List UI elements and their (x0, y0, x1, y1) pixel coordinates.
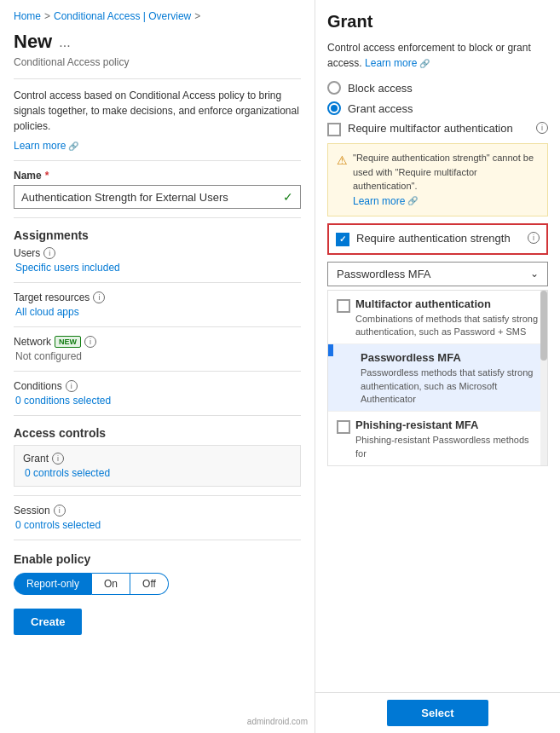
name-label: Name (14, 170, 42, 182)
checkmark-icon: ✓ (283, 190, 293, 204)
grant-external-icon: 🔗 (419, 57, 430, 70)
scrollbar-thumb[interactable] (540, 291, 547, 361)
left-panel: Home > Conditional Access | Overview > N… (0, 0, 315, 733)
dropdown-selected-value: Passwordless MFA (337, 268, 431, 280)
warning-text: "Require authentication strength" cannot… (353, 151, 539, 209)
learn-more-link[interactable]: Learn more 🔗 (14, 140, 78, 152)
network-label: Network (14, 336, 51, 348)
breadcrumb-sep2: > (194, 10, 200, 22)
toggle-report-only[interactable]: Report-only (14, 573, 92, 595)
grant-desc: Control access enforcement to block or g… (327, 40, 548, 71)
create-button[interactable]: Create (14, 609, 82, 635)
breadcrumb-sep1: > (44, 10, 50, 22)
dropdown-list: Multifactor authentication Combinations … (327, 290, 548, 467)
grant-learn-more[interactable]: Learn more 🔗 (365, 55, 430, 71)
users-info-icon[interactable]: i (43, 247, 55, 259)
warning-external-icon: 🔗 (407, 194, 418, 207)
required-star: * (45, 170, 49, 182)
passwordless-desc: Passwordless methods that satisfy strong… (361, 366, 539, 406)
select-btn-row: Select (315, 692, 560, 733)
require-mfa-checkbox[interactable] (327, 123, 341, 136)
users-label: Users (14, 247, 40, 259)
block-access-radio[interactable] (327, 81, 341, 95)
target-resources-value[interactable]: All cloud apps (14, 306, 301, 318)
enable-policy-title: Enable policy (14, 552, 301, 566)
conditions-section: Conditions i 0 conditions selected (14, 380, 301, 407)
require-mfa-option[interactable]: Require multifactor authentication i (327, 122, 548, 136)
grant-value[interactable]: 0 controls selected (23, 467, 292, 479)
session-section: Session i 0 controls selected (14, 505, 301, 531)
grant-access-radio[interactable] (327, 101, 341, 115)
passwordless-title: Passwordless MFA (361, 351, 539, 364)
conditions-label: Conditions (14, 380, 62, 392)
grant-label: Grant (23, 453, 49, 465)
phishing-title: Phishing-resistant MFA (355, 418, 539, 431)
main-container: Home > Conditional Access | Overview > N… (0, 0, 560, 733)
description-text: Control access based on Conditional Acce… (14, 88, 301, 134)
network-info-icon[interactable]: i (84, 336, 96, 348)
grant-section[interactable]: Grant i 0 controls selected (14, 445, 301, 487)
breadcrumb: Home > Conditional Access | Overview > (14, 10, 301, 22)
breadcrumb-home[interactable]: Home (14, 10, 41, 22)
grant-access-label: Grant access (348, 102, 413, 115)
page-title-dots[interactable]: ... (59, 35, 70, 50)
mfa-desc: Combinations of methods that satisfy str… (355, 313, 539, 339)
session-info-icon[interactable]: i (54, 505, 66, 517)
warning-learn-more[interactable]: Learn more 🔗 (353, 193, 418, 209)
mfa-title: Multifactor authentication (355, 297, 539, 310)
phishing-desc: Phishing-resistant Passwordless methods … (355, 434, 539, 460)
right-panel: Grant Control access enforcement to bloc… (315, 0, 560, 733)
mfa-checkbox[interactable] (337, 299, 350, 313)
name-field-section: Name * Authentication Strength for Exter… (14, 170, 301, 209)
watermark: admindroid.com (247, 717, 308, 726)
select-button[interactable]: Select (387, 700, 488, 726)
new-badge: NEW (55, 336, 81, 348)
dropdown-list-scrollable[interactable]: Multifactor authentication Combinations … (328, 291, 547, 466)
grant-panel-title: Grant (327, 12, 548, 32)
dropdown-button[interactable]: Passwordless MFA ⌄ (327, 262, 548, 286)
assignments-title: Assignments (14, 228, 301, 242)
require-auth-strength-option[interactable]: Require authentication strength i (327, 223, 548, 255)
grant-info-icon[interactable]: i (52, 453, 64, 465)
dropdown-arrow-icon: ⌄ (530, 268, 539, 280)
target-resources-info-icon[interactable]: i (93, 291, 105, 303)
access-controls-title: Access controls (14, 426, 301, 440)
breadcrumb-conditional-access[interactable]: Conditional Access | Overview (54, 10, 191, 22)
toggle-container: Report-only On Off (14, 573, 301, 595)
page-title: New (14, 31, 52, 53)
session-label: Session (14, 505, 50, 517)
require-mfa-label: Require multifactor authentication (348, 122, 513, 135)
page-subtitle: Conditional Access policy (14, 56, 301, 68)
users-value[interactable]: Specific users included (14, 262, 301, 274)
toggle-on[interactable]: On (92, 573, 130, 595)
require-auth-strength-info-icon[interactable]: i (528, 232, 540, 244)
name-value: Authentication Strength for External Use… (21, 191, 228, 204)
name-input[interactable]: Authentication Strength for External Use… (14, 185, 301, 209)
require-auth-strength-label: Require authentication strength (356, 232, 521, 245)
toggle-off[interactable]: Off (130, 573, 169, 595)
network-section: Network NEW i Not configured (14, 336, 301, 362)
grant-access-option[interactable]: Grant access (327, 101, 548, 115)
require-mfa-info-icon[interactable]: i (536, 122, 548, 134)
users-section: Users i Specific users included (14, 247, 301, 274)
enable-policy-section: Enable policy Report-only On Off Create (14, 552, 301, 635)
scrollbar-track (540, 291, 547, 466)
network-value[interactable]: Not configured (14, 350, 301, 362)
require-auth-strength-checkbox[interactable] (336, 233, 349, 246)
dropdown-item-passwordless[interactable]: Passwordless MFA Passwordless methods th… (328, 344, 547, 412)
warning-icon: ⚠ (337, 152, 348, 209)
session-value[interactable]: 0 controls selected (14, 519, 301, 531)
conditions-value[interactable]: 0 conditions selected (14, 395, 301, 407)
target-resources-section: Target resources i All cloud apps (14, 291, 301, 318)
phishing-checkbox[interactable] (337, 420, 350, 434)
block-access-option[interactable]: Block access (327, 81, 548, 95)
auth-strength-dropdown[interactable]: Passwordless MFA ⌄ (327, 262, 548, 286)
dropdown-item-mfa[interactable]: Multifactor authentication Combinations … (328, 291, 547, 345)
target-resources-label: Target resources (14, 291, 89, 303)
block-access-label: Block access (348, 82, 413, 95)
external-link-icon: 🔗 (68, 141, 78, 151)
warning-box: ⚠ "Require authentication strength" cann… (327, 143, 548, 216)
dropdown-item-phishing[interactable]: Phishing-resistant MFA Phishing-resistan… (328, 412, 547, 465)
conditions-info-icon[interactable]: i (66, 380, 78, 392)
